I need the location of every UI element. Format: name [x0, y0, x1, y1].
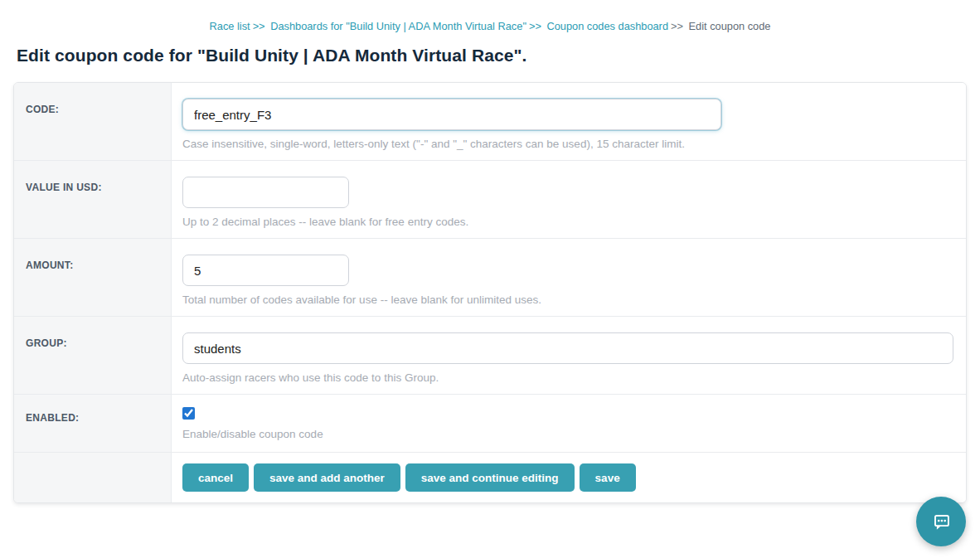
- breadcrumb-link-race-list[interactable]: Race list: [210, 20, 250, 32]
- breadcrumb-current-edit-coupon-code: Edit coupon code: [689, 20, 771, 32]
- value-in-usd-label: VALUE IN USD:: [26, 182, 102, 193]
- enabled-checkbox[interactable]: [182, 407, 195, 420]
- amount-input[interactable]: [182, 255, 349, 286]
- breadcrumb: Race list>> Dashboards for "Build Unity …: [0, 0, 980, 32]
- amount-help-text: Total number of codes available for use …: [182, 294, 966, 306]
- form-row-enabled: ENABLED: Enable/disable coupon code: [14, 394, 966, 452]
- save-and-continue-editing-button[interactable]: save and continue editing: [405, 463, 575, 492]
- form-row-value-in-usd: VALUE IN USD: Up to 2 decimal places -- …: [14, 160, 966, 238]
- form-button-group: cancel save and add another save and con…: [182, 463, 966, 492]
- group-label: GROUP:: [26, 337, 67, 349]
- group-input[interactable]: [182, 332, 953, 364]
- breadcrumb-link-coupon-codes-dashboard[interactable]: Coupon codes dashboard: [546, 20, 668, 32]
- page-title: Edit coupon code for "Build Unity | ADA …: [17, 46, 980, 66]
- form-row-code: CODE: Case insensitive, single-word, let…: [14, 83, 966, 160]
- code-input[interactable]: [182, 99, 721, 130]
- amount-label: AMOUNT:: [26, 260, 73, 271]
- coupon-code-form: CODE: Case insensitive, single-word, let…: [13, 82, 967, 503]
- enabled-help-text: Enable/disable coupon code: [182, 428, 966, 440]
- cancel-button[interactable]: cancel: [182, 463, 249, 492]
- enabled-label: ENABLED:: [26, 412, 79, 424]
- breadcrumb-separator: >>: [529, 20, 541, 32]
- value-in-usd-input[interactable]: [182, 177, 349, 208]
- form-row-amount: AMOUNT: Total number of codes available …: [14, 238, 966, 316]
- chat-fab-button[interactable]: [916, 497, 966, 546]
- value-in-usd-help-text: Up to 2 decimal places -- leave blank fo…: [182, 216, 966, 228]
- breadcrumb-separator: >>: [671, 20, 683, 32]
- save-and-add-another-button[interactable]: save and add another: [254, 463, 400, 492]
- form-row-buttons: cancel save and add another save and con…: [14, 452, 966, 502]
- group-help-text: Auto-assign racers who use this code to …: [182, 371, 966, 384]
- breadcrumb-link-dashboards[interactable]: Dashboards for "Build Unity | ADA Month …: [270, 20, 526, 32]
- code-help-text: Case insensitive, single-word, letters-o…: [182, 138, 966, 150]
- form-row-group: GROUP: Auto-assign racers who use this c…: [14, 316, 966, 394]
- breadcrumb-separator: >>: [253, 20, 265, 32]
- chat-bubble-icon: [929, 509, 953, 534]
- code-label: CODE:: [26, 104, 59, 115]
- save-button[interactable]: save: [580, 463, 636, 492]
